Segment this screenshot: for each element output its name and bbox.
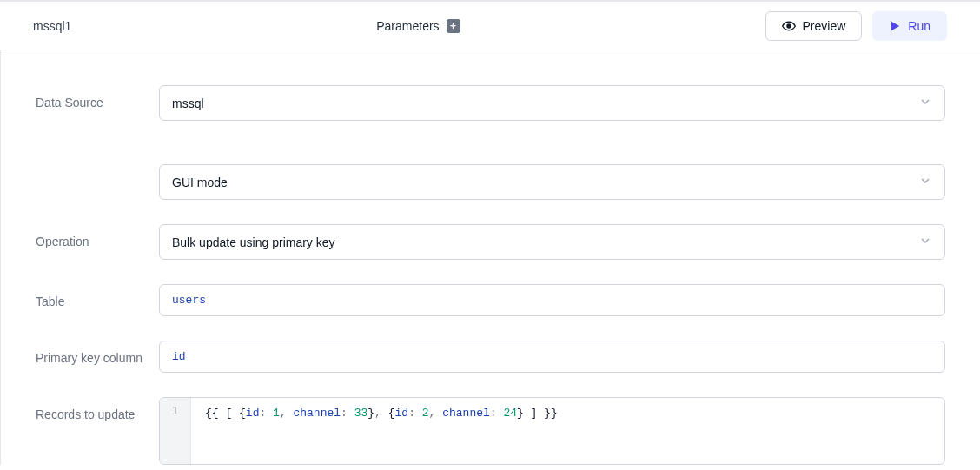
data-source-label: Data Source [36,85,159,112]
header-actions: Preview Run [765,11,947,41]
add-parameter-icon[interactable]: + [447,19,460,33]
mode-label [36,164,159,173]
row-primary-key: Primary key column [36,341,945,373]
primary-key-label: Primary key column [36,341,159,367]
preview-label: Preview [803,19,846,33]
line-number: 1 [160,405,190,417]
code-gutter: 1 [160,398,191,464]
row-table: Table [36,284,945,316]
mode-select[interactable]: GUI mode [159,164,945,200]
preview-button[interactable]: Preview [765,11,863,41]
records-label: Records to update [36,397,159,424]
records-code-editor[interactable]: 1 {{ [ {id: 1, channel: 33}, {id: 2, cha… [159,397,945,465]
mode-value: GUI mode [172,175,228,189]
code-content[interactable]: {{ [ {id: 1, channel: 33}, {id: 2, chann… [191,398,944,464]
query-name[interactable]: mssql1 [33,19,71,33]
chevron-down-icon [918,174,932,190]
run-label: Run [908,19,930,33]
operation-label: Operation [36,224,159,251]
primary-key-input[interactable] [159,341,945,373]
table-input[interactable] [159,284,945,316]
run-button[interactable]: Run [872,11,947,41]
table-label: Table [36,284,159,311]
operation-select[interactable]: Bulk update using primary key [159,224,945,260]
play-icon [889,20,901,32]
svg-point-0 [787,24,791,28]
header: mssql1 Parameters + Preview Run [0,2,980,50]
row-records: Records to update 1 {{ [ {id: 1, channel… [36,397,945,465]
row-mode: GUI mode [36,164,945,200]
form-content: Data Source mssql GUI mode Operation [0,50,980,465]
operation-value: Bulk update using primary key [172,235,335,249]
parameters-label: Parameters [376,19,439,33]
chevron-down-icon [918,95,932,111]
data-source-value: mssql [172,96,204,110]
data-source-select[interactable]: mssql [159,85,945,121]
row-data-source: Data Source mssql [36,85,945,121]
header-center: Parameters + [71,19,765,33]
eye-icon [782,19,796,33]
row-operation: Operation Bulk update using primary key [36,224,945,260]
chevron-down-icon [918,234,932,250]
